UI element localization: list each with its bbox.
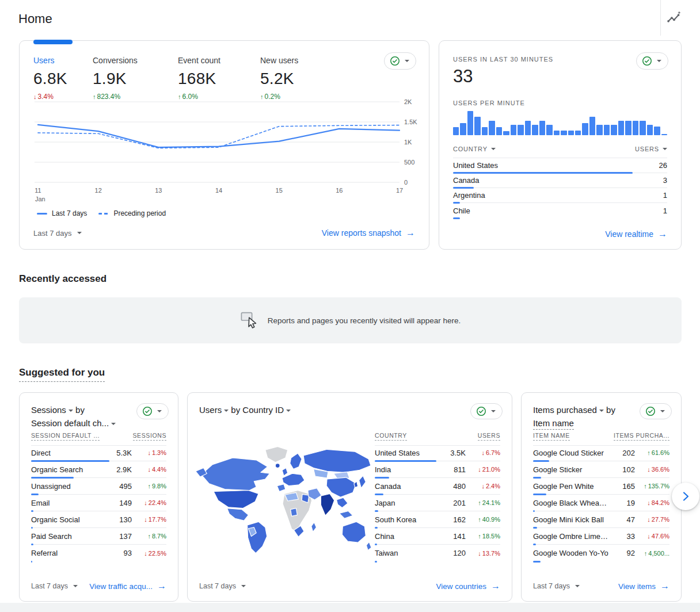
sessions-card: Sessions by Session default ch... SESSIO…: [19, 392, 178, 602]
table-row[interactable]: Referral93↓22.5%: [31, 545, 166, 561]
metric-selector[interactable]: Users: [199, 405, 229, 415]
table-row[interactable]: Google Ombre Lime ...33↓47.6%: [533, 528, 669, 545]
row-bar: [31, 477, 74, 479]
table-row[interactable]: Argentina1: [453, 188, 667, 203]
table-row[interactable]: United States26: [453, 158, 667, 173]
table-row[interactable]: Paid Search137↑8.7%: [31, 528, 166, 545]
dimension-selector[interactable]: Country ID: [242, 405, 291, 415]
data-quality-button[interactable]: [640, 403, 672, 419]
minute-bar: [568, 131, 574, 135]
card-title: Users by Country ID: [199, 403, 291, 416]
data-quality-button[interactable]: [636, 52, 668, 70]
recently-accessed-heading: Recently accessed: [19, 273, 106, 285]
sort-users-header[interactable]: USERS: [635, 146, 667, 152]
table-row[interactable]: Organic Search2.9K↓4.4%: [31, 461, 166, 478]
table-row[interactable]: Japan201↑24.1%: [375, 495, 500, 511]
date-range-selector[interactable]: Last 7 days: [33, 229, 82, 238]
metric-column-header[interactable]: SESSIONS: [133, 432, 166, 441]
row-label: Referral: [31, 549, 109, 557]
dimension-selector[interactable]: Session default ch...: [31, 418, 116, 428]
minute-bar: [460, 123, 466, 135]
dimension-column-header[interactable]: SESSION DEFAULT ...: [31, 432, 100, 441]
card-footer: Last 7 days View reports snapshot →: [33, 217, 415, 249]
carousel-next-button[interactable]: [672, 483, 699, 510]
view-traffic-acquisition-link[interactable]: View traffic acqu...→: [89, 582, 166, 591]
table-row[interactable]: Canada480↓2.4%: [375, 478, 500, 495]
table-row[interactable]: South Korea162↑40.9%: [375, 511, 500, 528]
dimension-column-header[interactable]: COUNTRY: [375, 432, 407, 441]
minute-bar: [575, 131, 581, 135]
metric-label: Users: [33, 56, 93, 65]
chevron-down-icon: [575, 585, 580, 587]
metric-new-users[interactable]: New users5.2K↑0.2%: [260, 56, 298, 101]
minute-bar: [589, 117, 595, 135]
row-bar: [533, 527, 537, 529]
view-items-link[interactable]: View items→: [618, 582, 669, 591]
minute-bar: [654, 127, 660, 135]
metric-column-header[interactable]: USERS: [478, 432, 500, 441]
legend-swatch: [37, 213, 47, 215]
table-row[interactable]: China141↑18.5%: [375, 528, 500, 545]
table-header-row: COUNTRY USERS: [453, 146, 667, 158]
items-purchased-card: Items purchased by Item name ITEM NAME I…: [521, 392, 682, 602]
row-value: 102: [612, 465, 635, 474]
sort-country-header[interactable]: COUNTRY: [453, 146, 496, 152]
data-quality-button[interactable]: [136, 403, 169, 419]
chevron-down-icon: [69, 410, 73, 412]
data-quality-button[interactable]: [384, 52, 416, 70]
table-row[interactable]: United States3.5K↓6.7%: [375, 445, 500, 461]
table-row[interactable]: Google Black Wheat ...19↓84.2%: [533, 495, 669, 511]
table-row[interactable]: Direct5.3K↓1.3%: [31, 445, 166, 461]
row-value: 130: [109, 515, 132, 524]
table-row[interactable]: Google Pen White165↑135.7%: [533, 478, 669, 495]
chevron-down-icon: [157, 410, 162, 412]
insights-button[interactable]: [665, 10, 683, 27]
dimension-column-header[interactable]: ITEM NAME: [533, 432, 570, 441]
realtime-users-count: 33: [453, 66, 473, 87]
table-row[interactable]: Email149↓22.4%: [31, 495, 166, 511]
view-reports-snapshot-link[interactable]: View reports snapshot →: [322, 228, 415, 238]
table-row[interactable]: Google Wooden Yo-Yo92↑4,500...: [533, 545, 669, 561]
date-range-selector[interactable]: Last 7 days: [199, 582, 246, 590]
row-value: 165: [612, 482, 635, 491]
data-quality-button[interactable]: [470, 403, 503, 419]
table-row[interactable]: Google Sticker102↓36.6%: [533, 461, 669, 478]
metric-selector[interactable]: Items purchased: [533, 405, 604, 415]
table-row[interactable]: Google Mini Kick Ball47↓27.7%: [533, 511, 669, 528]
metric-selector[interactable]: Sessions: [31, 405, 73, 415]
table-header-row: ITEM NAME ITEMS PURCHA...: [533, 432, 669, 446]
minute-bar: [661, 134, 667, 135]
card-footer: Last 7 days View countries→: [199, 571, 500, 601]
legend-item: Preceding period: [98, 209, 166, 217]
metric-conversions[interactable]: Conversions1.9K↑823.4%: [93, 56, 178, 101]
row-bar: [375, 510, 378, 512]
metric-value: 1.9K: [93, 70, 178, 88]
table-row[interactable]: Google Cloud Sticker202↑61.6%: [533, 445, 669, 461]
minute-bar: [525, 121, 531, 135]
metric-column-header[interactable]: ITEMS PURCHA...: [614, 432, 669, 441]
active-tab-indicator: [33, 40, 73, 44]
row-value: 811: [443, 465, 466, 474]
metric-users[interactable]: Users6.8K↓3.4%: [33, 56, 93, 101]
chevron-down-icon: [111, 423, 116, 425]
table-row[interactable]: Taiwan120↓13.7%: [375, 545, 500, 561]
table-row[interactable]: Chile1: [453, 203, 667, 218]
dimension-selector[interactable]: Item name: [533, 418, 574, 430]
legend-label: Last 7 days: [52, 209, 87, 217]
row-label: Google Sticker: [533, 465, 612, 474]
table-row[interactable]: Unassigned495↑9.8%: [31, 478, 166, 495]
row-value: 201: [443, 499, 466, 507]
table-row[interactable]: Canada3: [453, 173, 667, 188]
date-range-selector[interactable]: Last 7 days: [31, 582, 78, 590]
view-countries-link[interactable]: View countries→: [436, 582, 500, 591]
chevron-down-icon: [599, 410, 604, 412]
date-range-label: Last 7 days: [33, 229, 72, 238]
view-realtime-link[interactable]: View realtime →: [605, 230, 667, 239]
table-row[interactable]: Organic Social130↓17.7%: [31, 511, 166, 528]
date-range-selector[interactable]: Last 7 days: [533, 582, 580, 590]
minute-bar: [511, 125, 516, 135]
table-row[interactable]: India811↓21.0%: [375, 461, 500, 478]
row-label: South Korea: [375, 515, 443, 524]
metric-event-count[interactable]: Event count168K↑6.0%: [178, 56, 260, 101]
svg-text:Jan: Jan: [35, 196, 45, 202]
